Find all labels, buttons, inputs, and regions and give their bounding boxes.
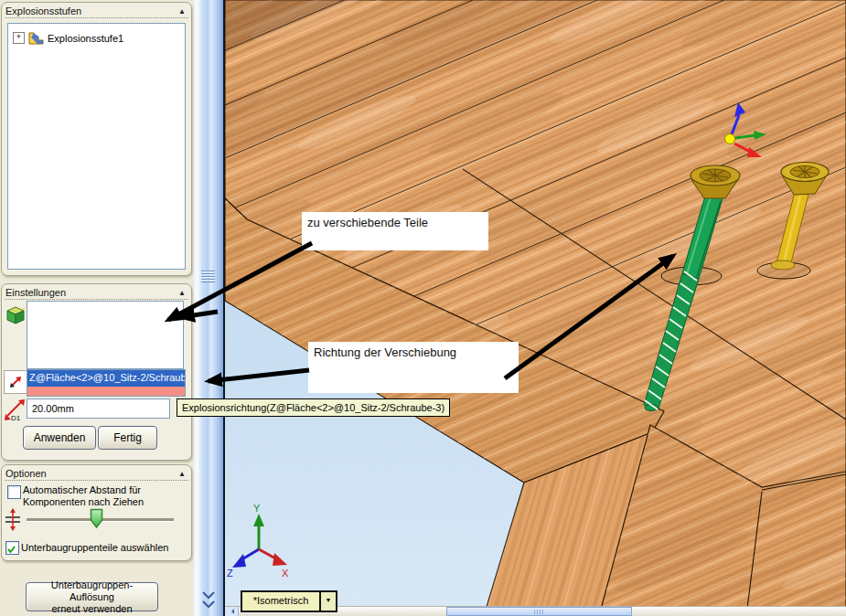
group-title: Explosionsstufen: [5, 5, 81, 16]
components-to-explode-box[interactable]: [27, 301, 184, 369]
horizontal-scrollbar-thumb[interactable]: [446, 607, 632, 616]
explode-direction-field[interactable]: Z@Fläche<2>@10_Sitz-2/Schraub: [27, 369, 186, 397]
direction-arrow-icon: [7, 374, 24, 390]
reuse-button-line1: Unterbaugruppen-Auflösung: [51, 579, 133, 602]
splitter-grip-icon[interactable]: [201, 271, 215, 282]
chevron-down-icon[interactable]: [201, 590, 216, 611]
auto-spacing-checkbox[interactable]: [7, 485, 21, 499]
divider: [5, 299, 188, 300]
auto-spacing-icon: [3, 507, 23, 533]
3d-viewport[interactable]: Y Z X: [225, 0, 846, 616]
svg-text:D1: D1: [11, 414, 21, 422]
tree-expand-icon[interactable]: +: [13, 32, 25, 44]
scroll-left-button[interactable]: [225, 607, 239, 616]
collapse-arrow-icon[interactable]: ▲: [178, 289, 186, 297]
collapse-arrow-icon[interactable]: ▲: [178, 7, 186, 16]
triad-x-label: X: [282, 568, 289, 579]
reuse-button-line2: erneut verwenden: [51, 603, 132, 614]
reuse-subassembly-explode-button[interactable]: Unterbaugruppen-Auflösung erneut verwend…: [26, 582, 158, 611]
parts-annotation-label: zu verschiebende Teile: [302, 212, 488, 250]
group-einstellungen: Einstellungen ▲ Z@Fläche<2>@10_Sitz-2/Sc…: [1, 283, 192, 461]
triad-y-label: Y: [253, 503, 261, 514]
subassembly-checkbox[interactable]: [5, 541, 19, 555]
triad-z-label: Z: [227, 568, 233, 579]
explode-step-icon: [28, 31, 44, 45]
viewport-border: [223, 0, 225, 616]
distance-d1-icon: D1: [3, 398, 27, 422]
view-orientation-combo[interactable]: *Isometrisch ▼: [241, 590, 337, 612]
tree-row-explosionsstufe1[interactable]: + Explosionsstufe1: [13, 31, 185, 45]
group-explosionsstufen: Explosionsstufen ▲ + Explosionsstufe1: [1, 2, 192, 276]
component-cube-icon: [5, 305, 26, 325]
spacing-slider-thumb[interactable]: [90, 508, 103, 529]
explode-distance-field[interactable]: 20.00mm: [27, 398, 170, 419]
panel-splitter-scrollbar[interactable]: [194, 0, 223, 616]
apply-button[interactable]: Anwenden: [23, 426, 96, 450]
explode-direction-tooltip: Explosionsrichtung(Z@Fläche<2>@10_Sitz-2…: [177, 398, 450, 417]
solidworks-explode-view-screen: { "panel": { "collapse_glyph": "▲", "exp…: [0, 0, 846, 616]
group-title: Einstellungen: [5, 287, 66, 298]
group-title: Optionen: [5, 468, 47, 479]
divider: [5, 17, 188, 18]
done-button[interactable]: Fertig: [98, 426, 157, 450]
property-manager-panel: Explosionsstufen ▲ + Explosionsstufe1 Ei…: [0, 0, 194, 616]
auto-spacing-label-line2: Komponenten nach Ziehen: [23, 496, 144, 508]
triad-origin-ball[interactable]: [725, 134, 735, 144]
chevron-down-icon[interactable]: ▼: [319, 592, 336, 611]
collapse-arrow-icon[interactable]: ▲: [178, 470, 186, 478]
subassembly-label: Unterbaugruppenteile auswählen: [21, 542, 168, 554]
explode-direction-value: Z@Fläche<2>@10_Sitz-2/Schraub: [27, 370, 185, 387]
explosion-steps-list[interactable]: + Explosionsstufe1: [7, 23, 186, 270]
tree-item-label: Explosionsstufe1: [48, 33, 123, 44]
divider: [5, 480, 188, 481]
check-icon: [6, 545, 16, 555]
scrollbar-grip-icon: [534, 610, 545, 614]
explode-direction-picker-button[interactable]: [4, 370, 27, 394]
direction-annotation-label: Richtung der Verschiebung: [308, 342, 519, 393]
view-orientation-value: *Isometrisch: [242, 592, 319, 611]
auto-spacing-label-line1: Automatischer Abstand für: [23, 484, 141, 496]
